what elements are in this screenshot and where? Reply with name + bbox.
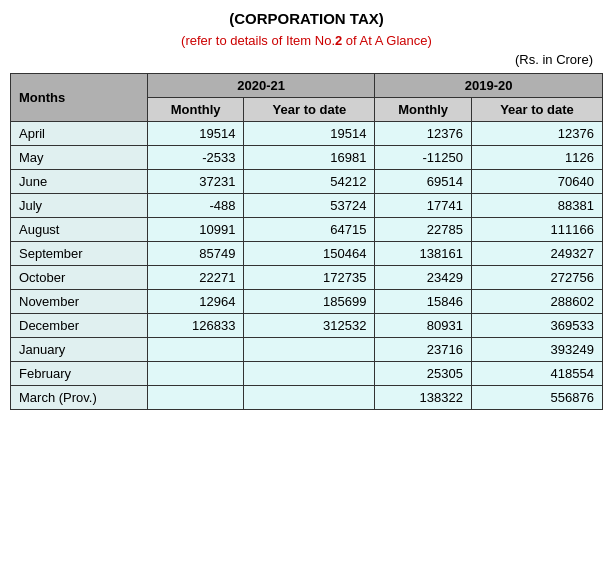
data-value: 312532 bbox=[244, 314, 375, 338]
data-value: 54212 bbox=[244, 170, 375, 194]
month-label: May bbox=[11, 146, 148, 170]
data-value: 88381 bbox=[471, 194, 602, 218]
month-label: January bbox=[11, 338, 148, 362]
data-value bbox=[147, 386, 244, 410]
data-value: 25305 bbox=[375, 362, 472, 386]
month-label: July bbox=[11, 194, 148, 218]
data-value: 23716 bbox=[375, 338, 472, 362]
month-label: November bbox=[11, 290, 148, 314]
data-value: 1126 bbox=[471, 146, 602, 170]
table-row: April19514195141237612376 bbox=[11, 122, 603, 146]
subtitle: (refer to details of Item No.2 of At A G… bbox=[10, 33, 603, 48]
table-row: December12683331253280931369533 bbox=[11, 314, 603, 338]
data-value: 19514 bbox=[147, 122, 244, 146]
col-year-2019: 2019-20 bbox=[375, 74, 603, 98]
table-row: March (Prov.)138322556876 bbox=[11, 386, 603, 410]
data-value bbox=[244, 386, 375, 410]
data-value: 17741 bbox=[375, 194, 472, 218]
month-label: August bbox=[11, 218, 148, 242]
data-value: 249327 bbox=[471, 242, 602, 266]
data-value: 150464 bbox=[244, 242, 375, 266]
data-value: 185699 bbox=[244, 290, 375, 314]
data-value: 37231 bbox=[147, 170, 244, 194]
data-value: 556876 bbox=[471, 386, 602, 410]
data-value bbox=[147, 338, 244, 362]
col-ytd-1: Year to date bbox=[244, 98, 375, 122]
data-value: 288602 bbox=[471, 290, 602, 314]
data-value: -488 bbox=[147, 194, 244, 218]
data-value: 70640 bbox=[471, 170, 602, 194]
data-value: 69514 bbox=[375, 170, 472, 194]
page-title: (CORPORATION TAX) bbox=[10, 10, 603, 27]
col-ytd-2: Year to date bbox=[471, 98, 602, 122]
data-value: 15846 bbox=[375, 290, 472, 314]
data-value: 53724 bbox=[244, 194, 375, 218]
data-value: 418554 bbox=[471, 362, 602, 386]
data-value bbox=[147, 362, 244, 386]
data-value: 10991 bbox=[147, 218, 244, 242]
data-value: 12964 bbox=[147, 290, 244, 314]
data-value: 64715 bbox=[244, 218, 375, 242]
data-value bbox=[244, 362, 375, 386]
month-label: June bbox=[11, 170, 148, 194]
month-label: September bbox=[11, 242, 148, 266]
col-monthly-2: Monthly bbox=[375, 98, 472, 122]
data-value: 22785 bbox=[375, 218, 472, 242]
corporation-tax-table: Months 2020-21 2019-20 Monthly Year to d… bbox=[10, 73, 603, 410]
month-label: March (Prov.) bbox=[11, 386, 148, 410]
data-value: 23429 bbox=[375, 266, 472, 290]
table-row: November1296418569915846288602 bbox=[11, 290, 603, 314]
subtitle-text: (refer to details of Item No. bbox=[181, 33, 335, 48]
data-value bbox=[244, 338, 375, 362]
data-value: 80931 bbox=[375, 314, 472, 338]
data-value: 126833 bbox=[147, 314, 244, 338]
subtitle-end: of At A Glance) bbox=[342, 33, 432, 48]
col-monthly-1: Monthly bbox=[147, 98, 244, 122]
month-label: April bbox=[11, 122, 148, 146]
data-value: 272756 bbox=[471, 266, 602, 290]
data-value: -11250 bbox=[375, 146, 472, 170]
table-row: July-488537241774188381 bbox=[11, 194, 603, 218]
month-label: February bbox=[11, 362, 148, 386]
col-year-2020: 2020-21 bbox=[147, 74, 375, 98]
data-value: 12376 bbox=[471, 122, 602, 146]
table-row: October2227117273523429272756 bbox=[11, 266, 603, 290]
data-value: 85749 bbox=[147, 242, 244, 266]
data-value: 22271 bbox=[147, 266, 244, 290]
table-row: September85749150464138161249327 bbox=[11, 242, 603, 266]
data-value: 172735 bbox=[244, 266, 375, 290]
data-value: 393249 bbox=[471, 338, 602, 362]
unit-label: (Rs. in Crore) bbox=[10, 52, 603, 67]
data-value: 12376 bbox=[375, 122, 472, 146]
month-label: October bbox=[11, 266, 148, 290]
data-value: 138322 bbox=[375, 386, 472, 410]
data-value: 19514 bbox=[244, 122, 375, 146]
data-value: 138161 bbox=[375, 242, 472, 266]
col-months: Months bbox=[11, 74, 148, 122]
data-value: -2533 bbox=[147, 146, 244, 170]
data-value: 16981 bbox=[244, 146, 375, 170]
table-row: January23716393249 bbox=[11, 338, 603, 362]
table-row: February25305418554 bbox=[11, 362, 603, 386]
table-row: June37231542126951470640 bbox=[11, 170, 603, 194]
data-value: 111166 bbox=[471, 218, 602, 242]
table-row: May-253316981-112501126 bbox=[11, 146, 603, 170]
month-label: December bbox=[11, 314, 148, 338]
table-row: August109916471522785111166 bbox=[11, 218, 603, 242]
data-value: 369533 bbox=[471, 314, 602, 338]
